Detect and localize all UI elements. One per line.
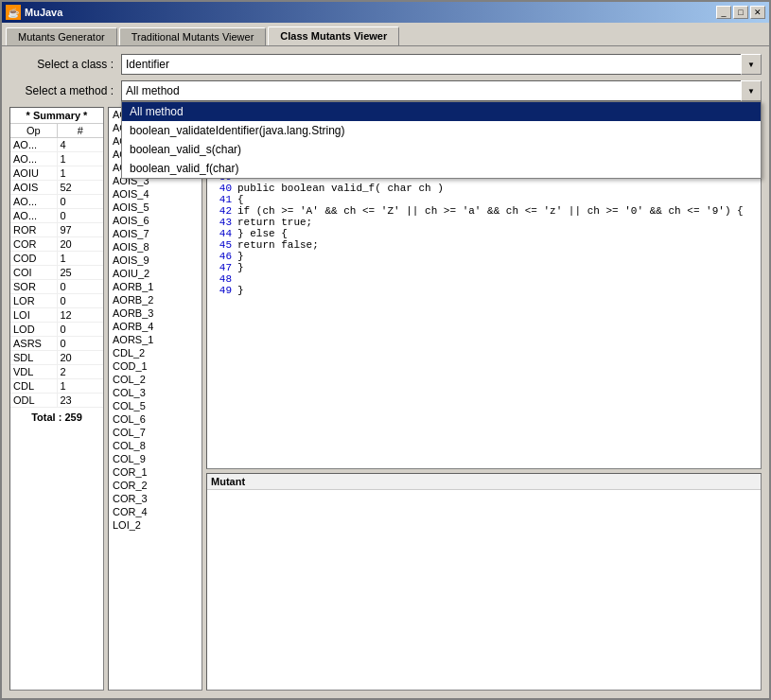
summary-cell-count: 4 — [58, 138, 104, 151]
mutant-list-item[interactable]: COL_6 — [109, 412, 202, 426]
summary-rows: AO...4AO...1AOIU1AOIS52AO...0AO...0ROR97… — [10, 138, 103, 408]
mutant-list-item[interactable]: AOIS_7 — [109, 227, 202, 240]
summary-cell-op: SDL — [10, 351, 58, 364]
line-code: } — [237, 262, 244, 273]
mutant-list-item[interactable]: AOIS_8 — [109, 240, 202, 254]
line-number: 40 — [211, 183, 237, 194]
line-number: 44 — [211, 228, 237, 239]
summary-cell-op: ROR — [10, 223, 58, 236]
summary-cell-op: COD — [10, 252, 58, 265]
line-number: 47 — [211, 262, 237, 273]
line-code: } — [237, 251, 244, 262]
code-line: 40 public boolean valid_f( char ch ) — [211, 183, 757, 194]
mutant-list-item[interactable]: COR_2 — [109, 479, 202, 492]
summary-cell-count: 0 — [58, 209, 104, 222]
mutant-list-item[interactable]: COR_3 — [109, 492, 202, 505]
method-option-validate-identifier[interactable]: boolean_validateIdentifier(java.lang.Str… — [122, 121, 761, 140]
summary-cell-count: 20 — [58, 237, 104, 251]
line-number: 45 — [211, 239, 237, 251]
summary-cell-count: 12 — [58, 308, 104, 322]
mutant-list-item[interactable]: COR_1 — [109, 465, 202, 479]
summary-row: AO...4 — [10, 138, 103, 152]
method-select-wrapper: All method ▼ All method boolean_validate… — [121, 80, 762, 101]
summary-col-op: Op — [10, 124, 58, 137]
mutant-list-item[interactable]: AORB_1 — [109, 280, 202, 293]
tab-traditional-mutants-viewer[interactable]: Traditional Mutants Viewer — [119, 27, 267, 45]
mutant-list-item[interactable]: COL_7 — [109, 426, 202, 439]
class-label: Select a class : — [9, 58, 114, 71]
mutant-list-item[interactable]: LOI_2 — [109, 518, 202, 532]
line-number: 46 — [211, 251, 237, 262]
method-label: Select a method : — [9, 84, 114, 97]
window-title: MuJava — [25, 7, 62, 18]
class-select[interactable]: Identifier — [121, 54, 762, 75]
summary-cell-op: SOR — [10, 280, 58, 293]
mutant-code-content[interactable] — [207, 490, 761, 690]
method-select[interactable]: All method — [121, 80, 762, 101]
mutant-list-item[interactable]: AOIS_4 — [109, 187, 202, 201]
summary-row: VDL2 — [10, 365, 103, 379]
mutant-list-item[interactable]: AORB_4 — [109, 320, 202, 333]
summary-cell-op: COI — [10, 266, 58, 279]
mutant-list-item[interactable]: COD_1 — [109, 359, 202, 373]
mutant-list-item[interactable]: AORB_2 — [109, 293, 202, 306]
mutant-list-item[interactable]: CDL_2 — [109, 346, 202, 359]
mutant-list-item[interactable]: COL_2 — [109, 373, 202, 386]
line-number: 41 — [211, 194, 237, 205]
summary-cell-count: 23 — [58, 394, 104, 407]
line-code: if (ch >= 'A' && ch <= 'Z' || ch >= 'a' … — [237, 205, 744, 217]
mutant-list-item[interactable]: AORS_1 — [109, 333, 202, 346]
summary-row: AOIS52 — [10, 181, 103, 195]
summary-cell-op: CDL — [10, 379, 58, 393]
close-button[interactable]: ✕ — [750, 6, 765, 19]
class-select-wrapper: Identifier ▼ — [121, 54, 762, 75]
mutant-list-item[interactable]: COL_8 — [109, 439, 202, 452]
summary-cell-count: 0 — [58, 337, 104, 350]
tab-mutants-generator[interactable]: Mutants Generator — [6, 27, 117, 45]
tab-class-mutants-viewer[interactable]: Class Mutants Viewer — [268, 26, 399, 45]
summary-cell-op: ASRS — [10, 337, 58, 350]
code-line: 44 } else { — [211, 228, 757, 239]
mutant-list-item[interactable]: COL_5 — [109, 399, 202, 412]
summary-cell-count: 20 — [58, 351, 104, 364]
method-option-valid-f[interactable]: boolean_valid_f(char) — [122, 159, 761, 178]
line-code: } else { — [237, 228, 288, 239]
summary-row: ODL23 — [10, 394, 103, 408]
mutant-list-item[interactable]: AOIS_5 — [109, 201, 202, 214]
mutant-list-item[interactable]: COL_3 — [109, 386, 202, 399]
line-number: 48 — [211, 273, 237, 285]
minimize-button[interactable]: _ — [716, 6, 731, 19]
line-code: return false; — [237, 239, 319, 251]
mutants-list-scroll[interactable]: AOIS_1AOIS_10AOIS_11AOIS_12AOIS_2AOIS_3A… — [109, 108, 202, 690]
summary-row: COD1 — [10, 252, 103, 266]
mutant-list-item[interactable]: COR_4 — [109, 505, 202, 518]
summary-cell-count: 1 — [58, 252, 104, 265]
mutant-code-panel: Mutant — [206, 473, 762, 691]
mutant-list-item[interactable]: AOIS_9 — [109, 254, 202, 267]
class-select-row: Select a class : Identifier ▼ — [9, 54, 762, 75]
summary-row: AOIU1 — [10, 166, 103, 181]
title-bar: ☕ MuJava _ □ ✕ — [2, 2, 769, 23]
maximize-button[interactable]: □ — [733, 6, 748, 19]
summary-col-count: # — [58, 124, 104, 137]
summary-cell-op: COR — [10, 237, 58, 251]
mutant-list-item[interactable]: AOIU_2 — [109, 267, 202, 280]
title-bar-left: ☕ MuJava — [6, 5, 62, 20]
line-code: public boolean valid_f( char ch ) — [237, 183, 444, 194]
summary-row: CDL1 — [10, 379, 103, 394]
mutant-list-item[interactable]: AOIS_6 — [109, 214, 202, 227]
summary-row: LOR0 — [10, 294, 103, 308]
summary-cell-op: AOIS — [10, 181, 58, 194]
method-option-all[interactable]: All method — [122, 102, 761, 121]
mutant-list-item[interactable]: COL_9 — [109, 452, 202, 465]
line-code: return true; — [237, 217, 312, 228]
summary-cell-op: AO... — [10, 209, 58, 222]
method-option-valid-s[interactable]: boolean_valid_s(char) — [122, 140, 761, 159]
summary-cell-count: 25 — [58, 266, 104, 279]
code-line: 45 return false; — [211, 239, 757, 251]
mutant-list-item[interactable]: AORB_3 — [109, 306, 202, 320]
line-number: 43 — [211, 217, 237, 228]
line-number: 42 — [211, 205, 237, 217]
mutants-list-panel: AOIS_1AOIS_10AOIS_11AOIS_12AOIS_2AOIS_3A… — [108, 107, 202, 691]
code-panels: Original 35 } else {36 return false;37 }… — [206, 107, 762, 691]
